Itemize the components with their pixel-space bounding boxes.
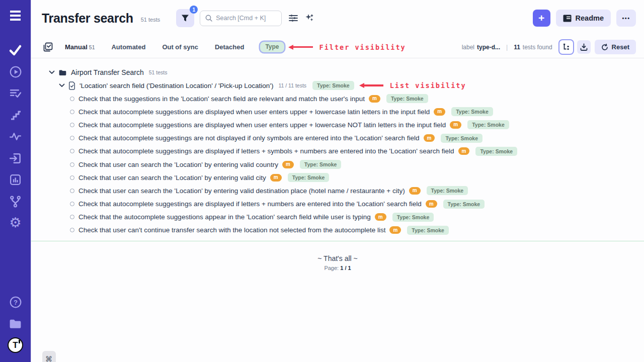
test-row[interactable]: Check that user can search the 'Location… (31, 184, 644, 197)
test-row[interactable]: Check that autocomplete suggestings are … (31, 132, 644, 145)
red-arrow-icon (288, 45, 293, 50)
manual-badge: m (434, 108, 445, 116)
type-badge: Type: Smoke (441, 134, 482, 143)
view-settings-icon[interactable] (289, 14, 298, 22)
red-arrow-icon (359, 83, 364, 88)
menu-icon[interactable] (0, 0, 31, 31)
folder-test-count: 51 tests (149, 69, 168, 75)
page-header: Transfer search 51 tests 1 + Readme ••• (31, 0, 644, 36)
test-row[interactable]: Check that autocomplete suggestions are … (31, 105, 644, 118)
readme-book-icon (563, 15, 572, 22)
manual-badge: m (282, 161, 294, 168)
active-filter-summary: labeltype-d... | 11tests found (462, 44, 552, 51)
test-row[interactable]: Check that the autocomplete suggestions … (31, 211, 644, 224)
filter-visibility-annotation: Filter visibility (288, 43, 406, 51)
test-row[interactable]: Check that autocomplete suggestings are … (31, 198, 644, 211)
select-all-icon[interactable] (43, 42, 53, 52)
type-badge: Type: Smoke (475, 147, 517, 156)
list-visibility-annotation: List visibility (359, 81, 466, 89)
test-row[interactable]: Check that the suggestions in the 'Locat… (31, 92, 644, 105)
end-of-list-text: ~ That's all ~ (31, 254, 644, 262)
test-title: Check that user can search the 'Location… (78, 187, 405, 195)
status-circle-icon (70, 136, 74, 140)
tree-folder-row[interactable]: Airport Transfer Search 51 tests (31, 66, 644, 79)
download-icon (580, 43, 588, 51)
filter-bar: Manual51 Automated Out of sync Detached … (31, 36, 644, 58)
test-title: Check that autocomplete suggestions are … (78, 108, 430, 116)
readme-label: Readme (576, 14, 604, 22)
more-button[interactable]: ••• (616, 10, 636, 27)
chevron-down-icon[interactable] (49, 70, 55, 74)
manual-badge: m (426, 200, 437, 208)
filter-count-badge: 1 (190, 6, 198, 14)
ai-sparkles-icon[interactable] (305, 14, 314, 23)
type-badge: Type: Smoke (407, 226, 449, 235)
test-title: Check that autocomplete suggestings are … (78, 134, 420, 142)
search-input[interactable] (216, 15, 274, 22)
settings-gear-icon[interactable]: ⚙ (0, 212, 31, 234)
test-list: Check that the suggestions in the 'Locat… (31, 92, 644, 237)
manual-badge: m (458, 147, 470, 155)
import-icon[interactable] (0, 147, 31, 169)
test-title: Check that autocomplete suggestings are … (78, 200, 422, 208)
tree-view-icon (562, 43, 570, 51)
add-button[interactable]: + (533, 10, 550, 27)
status-circle-icon (70, 189, 74, 193)
pagination: Page: 1 / 1 (31, 265, 644, 271)
suite-type-badge: Type: Smoke (312, 81, 354, 90)
tab-detached[interactable]: Detached (215, 43, 245, 51)
steps-icon[interactable] (0, 104, 31, 126)
manual-badge: m (270, 174, 282, 182)
status-circle-icon (70, 123, 74, 127)
folder-name: Airport Transfer Search (71, 68, 144, 76)
status-circle-icon (70, 149, 74, 153)
user-avatar[interactable]: T (0, 334, 31, 356)
list-footer: ~ That's all ~ Page: 1 / 1 (31, 254, 644, 271)
branch-icon[interactable] (0, 191, 31, 212)
chevron-down-icon[interactable] (59, 83, 65, 87)
test-title: Check that user can search the 'Location… (78, 161, 278, 168)
type-badge: Type: Smoke (451, 107, 493, 116)
help-icon[interactable]: ? (0, 291, 31, 313)
folder-icon[interactable] (0, 313, 31, 334)
reset-icon (601, 44, 608, 51)
manual-badge: m (375, 213, 386, 221)
chart-icon[interactable] (0, 169, 31, 191)
filter-button[interactable]: 1 (176, 9, 194, 27)
search-icon (205, 15, 212, 22)
tab-manual[interactable]: Manual51 (65, 43, 95, 51)
test-title: Check that user can't continue transfer … (78, 226, 385, 234)
test-row[interactable]: Check that user can search the 'Location… (31, 171, 644, 184)
tree-suite-row[interactable]: 'Location' search field ('Destination Lo… (31, 79, 644, 92)
test-title: Check that user can search the 'Location… (78, 174, 266, 182)
status-circle-icon (70, 175, 74, 180)
tab-automated[interactable]: Automated (111, 43, 145, 51)
type-filter-chip[interactable]: Type (260, 42, 284, 52)
tree-view-button[interactable] (559, 40, 573, 54)
status-circle-icon (70, 162, 74, 167)
tab-out-of-sync[interactable]: Out of sync (162, 43, 198, 51)
test-row[interactable]: Check that autocomplete suggestings are … (31, 145, 644, 158)
test-row[interactable]: Check that user can search the 'Location… (31, 158, 644, 171)
status-circle-icon (70, 228, 74, 232)
reset-label: Reset (612, 43, 629, 51)
list-check-icon[interactable] (0, 82, 31, 104)
pulse-icon[interactable] (0, 126, 31, 147)
page-title: Transfer search (42, 11, 133, 26)
manual-badge: m (424, 134, 435, 142)
readme-button[interactable]: Readme (556, 10, 611, 27)
test-title: Check that the suggestions in the 'Locat… (78, 95, 365, 103)
suite-name: 'Location' search field ('Destination Lo… (79, 82, 273, 89)
test-title: Check that autocomplete suggestings are … (78, 147, 454, 155)
download-button[interactable] (577, 40, 591, 54)
search-box[interactable] (200, 11, 282, 26)
checkmark-icon[interactable] (0, 39, 31, 61)
test-row[interactable]: Check that autocomplete suggestions are … (31, 118, 644, 131)
reset-button[interactable]: Reset (595, 40, 636, 54)
status-circle-icon (70, 202, 74, 206)
type-badge: Type: Smoke (443, 200, 485, 209)
test-row[interactable]: Check that user can't continue transfer … (31, 224, 644, 237)
test-repository: Airport Transfer Search 51 tests 'Locati… (31, 58, 644, 271)
keyboard-shortcut-button[interactable]: ⌘ (42, 351, 56, 362)
play-circle-icon[interactable] (0, 61, 31, 82)
